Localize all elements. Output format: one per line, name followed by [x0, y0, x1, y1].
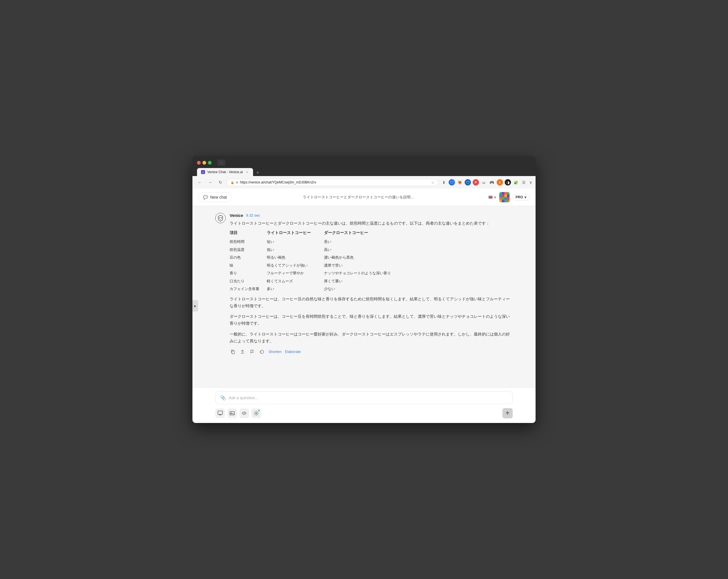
reload-button[interactable]: ↻ — [216, 178, 225, 186]
row-1-col-2: 短い — [267, 238, 324, 245]
paragraph-3: 一般的に、ライトローストコーヒーはコーヒー愛好家が好み、ダークローストコーヒーは… — [230, 331, 513, 344]
sidebar-toggle-browser[interactable]: ⬚ — [217, 160, 225, 166]
input-placeholder[interactable]: Ask a question... — [229, 395, 508, 400]
elaborate-button[interactable]: Elaborate — [285, 350, 301, 354]
tab-close-button[interactable]: ✕ — [245, 170, 249, 174]
browser-toolbar: ← → ↻ 🔒 ⊕ https://venice.ai/chat/YQeMCsw… — [192, 176, 536, 189]
pro-chevron-icon: ∨ — [524, 195, 527, 199]
chat-area: Venice 9.32 sec ライトローストコーヒーとダークローストコーヒーの… — [192, 206, 536, 388]
attach-icon[interactable]: 📎 — [220, 395, 226, 401]
active-tab[interactable]: V Venice Chat - Venice.ai ✕ — [197, 168, 253, 176]
profile-icon[interactable]: ☰ — [521, 179, 527, 186]
row-5-col-1: 香り — [230, 270, 267, 277]
code-mode-button[interactable] — [239, 408, 249, 418]
svg-point-7 — [256, 413, 257, 414]
paragraph-2: ダークローストコーヒーは、コーヒー豆を長時間焙煎することで、味と香りを深くします… — [230, 313, 513, 327]
chat-mode-button[interactable] — [215, 408, 225, 418]
close-button[interactable] — [197, 161, 201, 165]
sidebar-toggle[interactable]: ▶ — [192, 300, 198, 311]
input-field: 📎 Ask a question... — [220, 395, 508, 401]
share-button[interactable] — [239, 349, 245, 355]
table-row: カフェイン含有量 多い 少ない — [230, 285, 513, 292]
extensions-icon[interactable]: 🧩 — [513, 179, 519, 186]
row-4-col-2: 明るくてアシッドが強い — [267, 262, 324, 269]
ext-omega[interactable]: ω — [481, 179, 487, 186]
row-3-col-1: 豆の色 — [230, 254, 267, 261]
svg-rect-3 — [232, 351, 234, 354]
back-button[interactable]: ← — [196, 178, 204, 186]
input-toolbar — [215, 407, 513, 418]
image-mode-button[interactable] — [227, 408, 237, 418]
message-author: Venice — [230, 213, 243, 218]
input-area: 📎 Ask a question... — [192, 388, 536, 423]
chevron-down-icon[interactable]: ∨ — [529, 180, 532, 185]
header-right: 🇬🇧 ∨ — [488, 192, 530, 202]
new-tab-button[interactable]: + — [254, 169, 261, 176]
header-query-text: ライトローストコーヒーとダークローストコーヒーの違いを説明し… — [303, 195, 417, 200]
table-row: 豆の色 明るい褐色 濃い褐色から黒色 — [230, 254, 513, 261]
row-7-col-2: 多い — [267, 285, 324, 292]
row-5-col-2: フルーティーで華やか — [267, 270, 324, 277]
shorten-button[interactable]: Shorten — [268, 350, 282, 354]
message-body: Venice 9.32 sec ライトローストコーヒーとダークローストコーヒーの… — [230, 213, 513, 355]
forward-button[interactable]: → — [206, 178, 214, 186]
ext-fox[interactable]: 🦊 — [457, 179, 463, 186]
row-2-col-1: 焙煎温度 — [230, 246, 267, 253]
download-icon[interactable]: ⬇ — [441, 179, 447, 186]
send-button[interactable] — [502, 408, 513, 418]
venice-logo-icon — [216, 214, 225, 222]
row-1-col-1: 焙煎時間 — [230, 238, 267, 245]
row-7-col-1: カフェイン含有量 — [230, 285, 267, 292]
ext-dark[interactable]: ◑ — [505, 179, 511, 186]
bookmark-icon[interactable]: ☆ — [431, 180, 435, 185]
row-5-col-3: ナッツやチョコレートのような深い香り — [324, 270, 393, 277]
browser-titlebar: ⬚ V Venice Chat - Venice.ai ✕ + — [192, 156, 536, 176]
input-box: 📎 Ask a question... — [215, 391, 513, 404]
ext-game[interactable]: 🎮 — [489, 179, 495, 186]
table-row: 口当たり 軽くてスムーズ 厚くて重い — [230, 278, 513, 285]
address-bar[interactable]: 🔒 ⊕ https://venice.ai/chat/YQeMCswj3m_mD… — [227, 179, 438, 186]
ext-shield[interactable]: 🛡 — [465, 179, 471, 186]
comparison-table: 項目 ライトローストコーヒー ダークローストコーヒー 焙煎時間 短い 長い 焙煎… — [230, 230, 513, 292]
ext-p[interactable]: P — [473, 179, 479, 186]
row-6-col-3: 厚くて重い — [324, 278, 393, 285]
minimize-button[interactable] — [203, 161, 206, 165]
user-avatar[interactable] — [499, 192, 510, 202]
row-7-col-3: 少ない — [324, 285, 393, 292]
table-row: 焙煎温度 低い 高い — [230, 246, 513, 253]
ext-1[interactable]: 🛡 — [449, 179, 455, 186]
row-6-col-1: 口当たり — [230, 278, 267, 285]
url-display[interactable]: https://venice.ai/chat/YQeMCswj3m_mDJ0BK… — [240, 180, 430, 184]
new-chat-label: New chat — [210, 195, 227, 199]
row-4-col-1: 味 — [230, 262, 267, 269]
row-4-col-3: 濃厚で苦い — [324, 262, 393, 269]
fullscreen-button[interactable] — [208, 161, 212, 165]
regenerate-button[interactable] — [259, 349, 265, 355]
browser-extensions: ⬇ 🛡 🦊 🛡 P ω 🎮 ₿ ◑ 🧩 ☰ — [441, 179, 527, 186]
table-row: 焙煎時間 短い 長い — [230, 238, 513, 245]
pro-badge[interactable]: PRO ∨ — [512, 194, 530, 201]
language-selector[interactable]: 🇬🇧 ∨ — [488, 195, 496, 199]
settings-button[interactable] — [251, 408, 261, 418]
table-header: 項目 ライトローストコーヒー ダークローストコーヒー — [230, 230, 513, 236]
venice-message: Venice 9.32 sec ライトローストコーヒーとダークローストコーヒーの… — [215, 213, 513, 355]
ext-btc[interactable]: ₿ — [497, 179, 503, 186]
traffic-lights — [197, 161, 212, 165]
svg-point-2 — [221, 218, 222, 219]
header-center: ライトローストコーヒーとダークローストコーヒーの違いを説明し… — [232, 195, 488, 200]
col-header-1: 項目 — [230, 230, 267, 236]
tabs-row: V Venice Chat - Venice.ai ✕ + — [197, 168, 531, 176]
copy-button[interactable] — [230, 349, 236, 355]
row-1-col-3: 長い — [324, 238, 393, 245]
app-header: 💬 New chat ライトローストコーヒーとダークローストコーヒーの違いを説明… — [192, 189, 536, 206]
message-intro: ライトローストコーヒーとダークローストコーヒーの主な違いは、焙煎時間と温度による… — [230, 220, 513, 226]
security-icons: 🔒 ⊕ — [231, 181, 238, 184]
flag-icon: 🇬🇧 — [488, 195, 493, 199]
flag-button[interactable] — [249, 349, 255, 355]
row-6-col-2: 軽くてスムーズ — [267, 278, 324, 285]
row-2-col-3: 高い — [324, 246, 393, 253]
row-3-col-2: 明るい褐色 — [267, 254, 324, 261]
chevron-right-icon: ▶ — [194, 304, 197, 307]
new-chat-button[interactable]: 💬 New chat — [198, 192, 232, 202]
svg-rect-4 — [218, 411, 223, 414]
